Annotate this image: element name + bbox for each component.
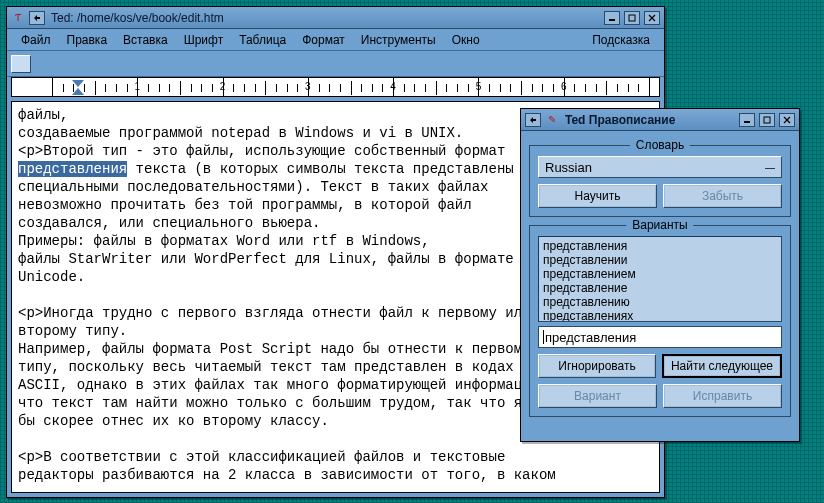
ruler-number: 5 (476, 81, 482, 92)
ruler-number: 2 (220, 81, 226, 92)
variant-option[interactable]: представлениях (541, 309, 779, 322)
dictionary-value: Russian (545, 160, 592, 175)
learn-button[interactable]: Научить (538, 184, 657, 208)
variant-option[interactable]: представлении (541, 253, 779, 267)
variants-group-label: Варианты (626, 218, 693, 232)
toolbar (7, 51, 664, 77)
close-button[interactable] (644, 11, 660, 25)
variant-button[interactable]: Вариант (538, 384, 657, 408)
menu-format[interactable]: Формат (294, 31, 353, 49)
find-next-button[interactable]: Найти следующее (662, 354, 782, 378)
dictionary-dropdown[interactable]: Russian — (538, 156, 782, 178)
spell-body: Словарь Russian — Научить Забыть Вариант… (521, 131, 799, 433)
menu-edit[interactable]: Правка (59, 31, 116, 49)
toolbar-button[interactable] (11, 55, 31, 73)
dictionary-group: Словарь Russian — Научить Забыть (529, 145, 791, 217)
menu-file[interactable]: Файл (13, 31, 59, 49)
spell-close-button[interactable] (779, 113, 795, 127)
spell-maximize-button[interactable] (759, 113, 775, 127)
spell-app-icon: ✎ (545, 113, 559, 127)
ruler-number: 4 (390, 81, 396, 92)
svg-rect-2 (744, 121, 750, 123)
selected-word: представления (18, 161, 127, 177)
pin-icon[interactable] (525, 113, 541, 127)
menu-window[interactable]: Окно (444, 31, 488, 49)
ruler-area: 123456 (7, 77, 664, 101)
menu-font[interactable]: Шрифт (176, 31, 231, 49)
doc-line: редакторы разбиваются на 2 класса в зави… (18, 466, 653, 484)
pin-icon[interactable] (29, 11, 45, 25)
window-title: Ted: /home/kos/ve/book/edit.htm (49, 11, 600, 25)
correction-input[interactable]: представления (538, 326, 782, 348)
menu-tools[interactable]: Инструменты (353, 31, 444, 49)
menu-insert[interactable]: Вставка (115, 31, 176, 49)
spell-titlebar[interactable]: ✎ Ted Правописание (521, 109, 799, 131)
svg-rect-3 (764, 117, 770, 123)
variant-option[interactable]: представления (541, 239, 779, 253)
variants-list[interactable]: представленияпредставлениипредставлением… (538, 236, 782, 322)
svg-rect-1 (629, 15, 635, 21)
maximize-button[interactable] (624, 11, 640, 25)
variants-group: Варианты представленияпредставлениипредс… (529, 225, 791, 417)
menu-table[interactable]: Таблица (231, 31, 294, 49)
ignore-button[interactable]: Игнорировать (538, 354, 656, 378)
dictionary-group-label: Словарь (630, 138, 690, 152)
svg-rect-0 (609, 19, 615, 21)
spell-minimize-button[interactable] (739, 113, 755, 127)
doc-line: <p>В соответствии с этой классификацией … (18, 448, 653, 466)
spellcheck-window: ✎ Ted Правописание Словарь Russian — Нау… (520, 108, 800, 442)
menu-help[interactable]: Подсказка (584, 31, 658, 49)
editor-titlebar[interactable]: Ƭ Ted: /home/kos/ve/book/edit.htm (7, 7, 664, 29)
variant-option[interactable]: представлению (541, 295, 779, 309)
menubar: Файл Правка Вставка Шрифт Таблица Формат… (7, 29, 664, 51)
ruler[interactable]: 123456 (11, 77, 660, 97)
ruler-number: 6 (561, 81, 567, 92)
ruler-number: 1 (135, 81, 141, 92)
app-icon: Ƭ (11, 11, 25, 25)
variant-option[interactable]: представление (541, 281, 779, 295)
variant-option[interactable]: представлением (541, 267, 779, 281)
minimize-button[interactable] (604, 11, 620, 25)
spell-window-title: Ted Правописание (563, 113, 735, 127)
chevron-down-icon: — (765, 162, 775, 173)
ruler-number: 3 (305, 81, 311, 92)
correct-button[interactable]: Исправить (663, 384, 782, 408)
forget-button[interactable]: Забыть (663, 184, 782, 208)
correction-value: представления (545, 330, 636, 345)
